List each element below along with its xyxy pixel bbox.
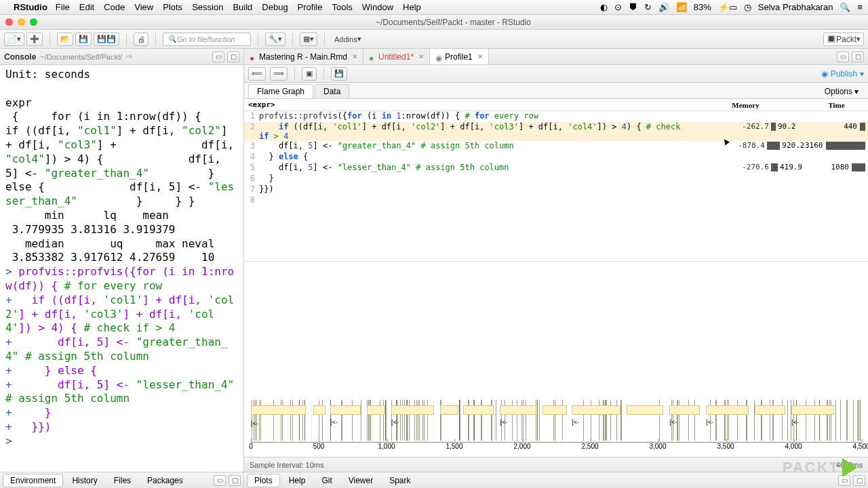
tab-help[interactable]: Help <box>281 474 313 487</box>
profile-code-line[interactable]: 2 if ((df[i, 'col1'] + df[i, 'col2'] + d… <box>244 122 868 141</box>
shield-icon[interactable]: ⛊ <box>629 2 637 12</box>
menu-window[interactable]: Window <box>362 2 393 12</box>
battery-icon[interactable]: ⚡▭ <box>718 2 737 12</box>
r-icon: ● <box>369 54 376 60</box>
file-tab-profile1[interactable]: ◉ Profile1 ✕ <box>430 49 489 64</box>
open-button[interactable]: 📂 <box>57 33 73 46</box>
forward-button[interactable]: ⟹ <box>270 67 288 81</box>
project-label[interactable]: 🔳 Packt ▾ <box>823 33 864 46</box>
minimize-pane-icon[interactable]: ▭ <box>214 475 226 486</box>
addins-button[interactable]: Addins ▾ <box>332 33 364 46</box>
profile-code-line[interactable]: 1profvis::profvis({for (i in 1:nrow(df))… <box>244 111 868 122</box>
options-button[interactable]: Options ▾ <box>819 85 864 98</box>
new-project-button[interactable]: ➕ <box>26 33 43 46</box>
save-all-button[interactable]: 💾💾 <box>94 33 119 46</box>
minimize-pane-icon[interactable]: ▭ <box>212 52 224 62</box>
axis-tick: 0 <box>249 443 253 450</box>
menu-extras-icon[interactable]: ≡ <box>857 2 863 12</box>
close-tab-icon[interactable]: ✕ <box>418 53 424 60</box>
axis-tick: 1,500 <box>446 443 462 450</box>
console-path: ~/Documents/Self/Packt/ <box>40 53 122 61</box>
menu-help[interactable]: Help <box>403 2 421 12</box>
file-tab-untitled[interactable]: ● Untitled1* ✕ <box>363 49 430 64</box>
profile-code-line[interactable]: 4 } else { <box>244 152 868 163</box>
tab-viewer[interactable]: Viewer <box>341 474 380 487</box>
time-header: Time <box>805 101 868 109</box>
tab-environment[interactable]: Environment <box>3 474 63 487</box>
menu-tools[interactable]: Tools <box>332 2 352 12</box>
window-title: ~/Documents/Self/Packt - master - RStudi… <box>44 18 863 27</box>
left-bottom-tabs: Environment History Files Packages ▭ ▢ <box>0 472 243 488</box>
menu-plots[interactable]: Plots <box>163 2 182 12</box>
tab-history[interactable]: History <box>64 474 104 487</box>
tab-packages[interactable]: Packages <box>140 474 191 487</box>
axis-tick: 2,000 <box>513 443 530 450</box>
profile-code-line[interactable]: 7}}) <box>244 184 868 195</box>
packt-logo: PACKT <box>783 458 857 477</box>
save-button[interactable]: 💾 <box>75 33 92 46</box>
console-output[interactable]: Unit: seconds expr { for (i in 1:nrow(df… <box>0 65 243 472</box>
back-button[interactable]: ⟸ <box>248 67 266 81</box>
zoom-window[interactable] <box>30 18 37 26</box>
flame-graph-panel[interactable]: [<- [<- [<- [<- [<- [<- [<- <box>244 262 868 472</box>
app-name[interactable]: RStudio <box>14 2 47 12</box>
console-path-icon[interactable]: ⇨ <box>126 52 132 61</box>
maximize-pane-icon[interactable]: ▢ <box>852 52 864 62</box>
volume-icon[interactable]: 🔊 <box>658 2 669 12</box>
menu-code[interactable]: Code <box>104 2 125 12</box>
show-in-window-button[interactable]: ▣ <box>302 67 317 81</box>
menu-file[interactable]: File <box>56 2 70 12</box>
profile-code-line[interactable]: 3 df[i, 5] <- "greater_than_4" # assign … <box>244 141 868 152</box>
print-button[interactable]: 🖨 <box>134 33 149 46</box>
menu-edit[interactable]: Edit <box>79 2 94 12</box>
menu-session[interactable]: Session <box>192 2 223 12</box>
console-header: Console ~/Documents/Self/Packt/ ⇨ ▭ ▢ <box>0 49 243 65</box>
minimize-pane-icon[interactable]: ▭ <box>837 52 849 62</box>
tab-flame-graph[interactable]: Flame Graph <box>248 84 313 98</box>
clock-icon[interactable]: ◷ <box>744 2 751 12</box>
console-label: Console <box>4 52 36 62</box>
tab-plots[interactable]: Plots <box>247 474 280 487</box>
file-tab-mastering[interactable]: ● Mastering R - Main.Rmd ✕ <box>244 49 363 64</box>
tab-spark[interactable]: Spark <box>382 474 418 487</box>
maximize-pane-icon[interactable]: ▢ <box>227 52 239 62</box>
profile-icon: ◉ <box>435 54 442 60</box>
save-profile-button[interactable]: 💾 <box>331 67 347 81</box>
maximize-pane-icon[interactable]: ▢ <box>229 475 241 486</box>
close-tab-icon[interactable]: ✕ <box>352 53 357 60</box>
timemachine-icon[interactable]: ↻ <box>644 2 652 12</box>
grid-button[interactable]: ▦▾ <box>300 33 317 46</box>
axis-tick: 3,500 <box>717 443 734 450</box>
editor-tabs: ● Mastering R - Main.Rmd ✕ ● Untitled1* … <box>244 49 868 65</box>
status-icon[interactable]: ⊙ <box>614 2 622 12</box>
status-icon[interactable]: ◐ <box>600 2 608 12</box>
editor-toolbar: ⟸ ⟹ ▣ 💾 ◉ Publish ▾ <box>244 65 868 83</box>
goto-file-input[interactable]: 🔍 Go to file/function <box>163 33 251 46</box>
expr-header: <expr> <box>244 100 275 109</box>
new-file-button[interactable]: 📄▾ <box>4 33 24 46</box>
profile-code-line[interactable]: 8 <box>244 195 868 206</box>
window-titlebar: ~/Documents/Self/Packt - master - RStudi… <box>0 15 868 30</box>
publish-button[interactable]: ◉ Publish ▾ <box>821 69 864 79</box>
spotlight-icon[interactable]: 🔍 <box>840 2 850 12</box>
wifi-icon[interactable]: 📶 <box>676 2 687 12</box>
profile-view-tabs: Flame Graph Data Options ▾ <box>244 83 868 99</box>
tab-files[interactable]: Files <box>106 474 138 487</box>
close-window[interactable] <box>5 18 13 26</box>
menu-view[interactable]: View <box>134 2 153 12</box>
close-tab-icon[interactable]: ✕ <box>477 53 483 60</box>
minimize-window[interactable] <box>18 18 25 26</box>
tools-button[interactable]: 🔧▾ <box>265 33 285 46</box>
tab-data[interactable]: Data <box>315 84 349 98</box>
tab-git[interactable]: Git <box>314 474 339 487</box>
play-icon <box>842 458 857 477</box>
menu-profile[interactable]: Profile <box>298 2 323 12</box>
window-controls <box>5 18 37 26</box>
menu-debug[interactable]: Debug <box>262 2 288 12</box>
mac-menubar: RStudio File Edit Code View Plots Sessio… <box>0 0 868 15</box>
username[interactable]: Selva Prabhakaran <box>758 2 833 12</box>
battery-pct: 83% <box>694 2 711 12</box>
menu-build[interactable]: Build <box>233 2 252 12</box>
profile-code-line[interactable]: 5 df[i, 5] <- "lesser_than_4" # assign 5… <box>244 163 868 174</box>
profile-code-line[interactable]: 6 } <box>244 174 868 184</box>
